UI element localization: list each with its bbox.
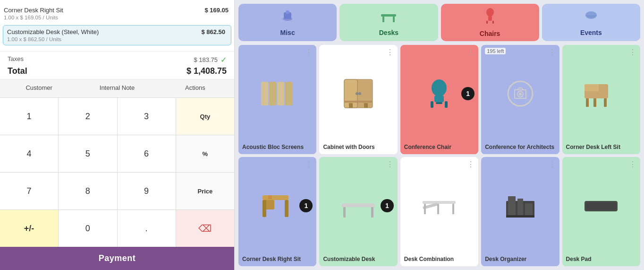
svg-rect-35 xyxy=(604,98,607,107)
product-grid: ⋮ Acoustic Bloc Screens ⋮ xyxy=(235,45,644,270)
mode-price-button[interactable]: Price xyxy=(176,173,234,209)
product-menu-icon[interactable]: ⋮ xyxy=(305,160,313,169)
product-image-area: 195 left ⋮ xyxy=(481,45,559,142)
numpad-4[interactable]: 4 xyxy=(0,135,58,172)
product-menu-icon[interactable]: ⋮ xyxy=(386,48,394,57)
product-card-acoustic[interactable]: ⋮ Acoustic Bloc Screens xyxy=(238,45,316,154)
numpad-0[interactable]: 0 xyxy=(59,210,117,247)
svg-rect-13 xyxy=(277,82,284,105)
product-card-desk-combo[interactable]: ⋮ Desk Combination xyxy=(400,157,478,266)
svg-rect-44 xyxy=(371,207,373,218)
product-name: Acoustic Bloc Screens xyxy=(242,144,313,151)
product-card-corner-left[interactable]: ⋮ Corner Desk Left Sit xyxy=(562,45,640,154)
product-menu-icon[interactable]: ⋮ xyxy=(467,160,475,169)
category-events[interactable]: Events xyxy=(542,4,640,41)
total-value: $ 1,408.75 xyxy=(186,66,227,76)
numpad-7[interactable]: 7 xyxy=(0,173,58,209)
svg-rect-5 xyxy=(393,17,395,22)
mode-qty-button[interactable]: Qty xyxy=(176,98,234,135)
category-misc[interactable]: Misc xyxy=(238,4,337,41)
mode-pct-button[interactable]: % xyxy=(176,135,234,172)
payment-button[interactable]: Payment xyxy=(0,247,234,270)
tabs-row: Customer Internal Note Actions xyxy=(0,79,234,98)
svg-rect-4 xyxy=(382,17,384,22)
product-image-area: ⋮ xyxy=(319,45,397,142)
product-card-desk-pad[interactable]: ⋮ Desk Pad xyxy=(562,157,640,266)
svg-rect-37 xyxy=(263,195,288,200)
svg-rect-20 xyxy=(349,103,353,108)
numpad-6[interactable]: 6 xyxy=(118,135,176,172)
product-name-area: Conference for Architects xyxy=(481,142,559,154)
svg-rect-8 xyxy=(486,21,488,24)
svg-rect-9 xyxy=(492,21,494,24)
tab-internal-note[interactable]: Internal Note xyxy=(78,79,156,97)
product-name-area: Desk Pad xyxy=(562,254,640,266)
svg-rect-7 xyxy=(488,16,492,21)
order-line-selected[interactable]: Customizable Desk (Steel, White) 1.00 x … xyxy=(3,25,231,45)
product-name: Cabinet with Doors xyxy=(323,144,393,151)
product-menu-icon[interactable]: ⋮ xyxy=(629,160,636,169)
product-menu-icon[interactable]: ⋮ xyxy=(305,48,313,57)
order-lines: Corner Desk Right Sit 1.00 x $ 169.05 / … xyxy=(0,0,234,52)
numpad-plus-minus[interactable]: +/- xyxy=(0,210,58,247)
svg-rect-54 xyxy=(506,215,534,218)
order-line-detail: 1.00 x $ 862.50 / Units xyxy=(7,36,99,42)
numpad-1[interactable]: 1 xyxy=(0,98,58,135)
svg-rect-34 xyxy=(586,98,589,107)
product-menu-icon[interactable]: ⋮ xyxy=(629,48,636,57)
svg-rect-12 xyxy=(269,82,276,105)
svg-rect-45 xyxy=(423,201,456,204)
order-line-price: $ 862.50 xyxy=(201,28,225,35)
numpad-dot[interactable]: . xyxy=(118,210,176,247)
tab-customer[interactable]: Customer xyxy=(0,79,78,97)
events-label: Events xyxy=(580,29,602,36)
misc-icon xyxy=(280,9,295,27)
numpad-8[interactable]: 8 xyxy=(59,173,117,209)
category-desks[interactable]: Desks xyxy=(339,4,438,41)
product-menu-icon[interactable]: ⋮ xyxy=(467,48,475,57)
product-name: Corner Desk Left Sit xyxy=(566,144,636,151)
misc-label: Misc xyxy=(280,29,295,36)
order-line-price: $ 169.05 xyxy=(204,7,229,14)
product-card-desk-org[interactable]: ⋮ Desk Organizer xyxy=(481,157,559,266)
product-name: Desk Organizer xyxy=(485,256,555,263)
product-image-area: ⋮ xyxy=(238,45,316,142)
product-qty-badge: 1 xyxy=(299,199,313,212)
product-image-area: ⋮ xyxy=(562,45,640,142)
desks-icon xyxy=(380,9,397,27)
svg-rect-11 xyxy=(261,82,268,105)
taxes-value: $ 183.75 ✓ xyxy=(194,55,227,64)
product-card-custom-desk[interactable]: ⋮ 1 Customizable Desk xyxy=(319,157,397,266)
product-qty-badge: 1 xyxy=(381,199,394,212)
order-line-name: Customizable Desk (Steel, White) xyxy=(7,28,99,35)
category-chairs[interactable]: Chairs xyxy=(441,4,539,41)
product-menu-icon[interactable]: ⋮ xyxy=(548,160,556,169)
svg-rect-48 xyxy=(452,204,454,214)
svg-rect-23 xyxy=(434,96,444,102)
numpad-3[interactable]: 3 xyxy=(118,98,176,135)
product-name: Conference Chair xyxy=(404,144,475,151)
numpad-9[interactable]: 9 xyxy=(118,173,176,209)
product-image-area: ⋮ 1 xyxy=(400,45,478,142)
tab-actions[interactable]: Actions xyxy=(156,79,234,97)
product-card-conf-arch[interactable]: 195 left ⋮ Conference for Architects xyxy=(481,45,559,154)
order-line[interactable]: Corner Desk Right Sit 1.00 x $ 169.05 / … xyxy=(0,4,234,23)
svg-rect-36 xyxy=(593,98,596,107)
product-name-area: Conference Chair xyxy=(400,142,478,154)
product-card-corner-right[interactable]: ⋮ 1 Corner Desk Right Sit xyxy=(238,157,316,266)
svg-rect-14 xyxy=(285,82,292,105)
backspace-icon: ⌫ xyxy=(198,223,212,234)
numpad-5[interactable]: 5 xyxy=(59,135,117,172)
product-card-conf-chair[interactable]: ⋮ 1 Conference Chair xyxy=(400,45,478,154)
product-card-cabinet[interactable]: ⋮ Cabinet with Doors xyxy=(319,45,397,154)
product-name: Desk Pad xyxy=(566,256,636,263)
numpad-backspace[interactable]: ⌫ xyxy=(176,210,234,247)
product-menu-icon[interactable]: ⋮ xyxy=(548,48,556,57)
product-image-area: ⋮ xyxy=(562,157,640,254)
product-menu-icon[interactable]: ⋮ xyxy=(386,160,394,169)
numpad-2[interactable]: 2 xyxy=(59,98,117,135)
product-name: Corner Desk Right Sit xyxy=(242,256,313,263)
svg-rect-21 xyxy=(364,103,368,108)
product-stock-badge: 195 left xyxy=(485,48,506,54)
product-image-area: ⋮ xyxy=(400,157,478,254)
